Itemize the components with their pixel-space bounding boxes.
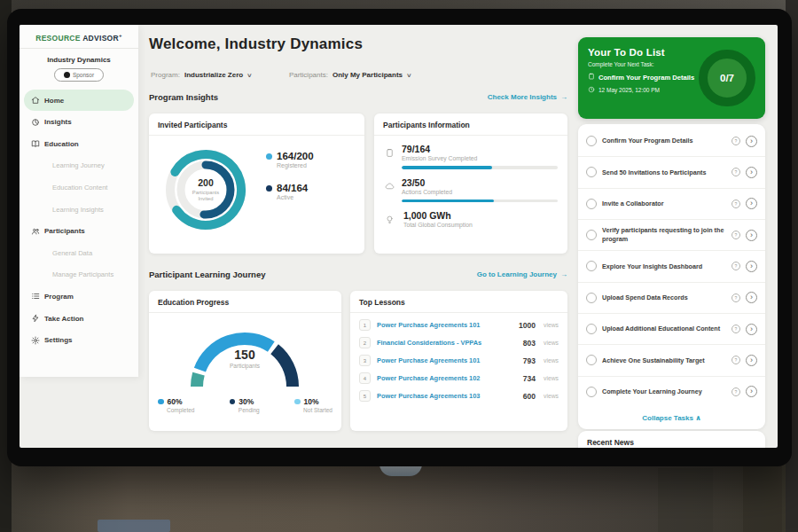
task-label: Invite a Collaborator [602,200,726,208]
sidebar-item-home[interactable]: Home [24,90,134,112]
task-info-icon[interactable]: ? [732,200,740,208]
program-filter[interactable]: Program: Industrialize Zero ∨ [151,71,252,79]
task-info-icon[interactable]: ? [732,356,740,364]
chevron-right-icon[interactable]: › [746,136,757,147]
check-more-insights-link[interactable]: Check More Insights → [488,93,567,101]
dashboard-screen: RESOURCE ADVISOR+ Industry Dynamics Spon… [20,25,778,448]
go-to-learning-journey-link[interactable]: Go to Learning Journey → [477,270,567,278]
task-label: Upload Additional Educational Content [602,325,726,333]
chevron-right-icon[interactable]: › [746,261,757,272]
sidebar-item-participants[interactable]: Participants [24,220,134,242]
list-icon [31,292,44,301]
task-row[interactable]: Upload Additional Educational Content ? … [578,313,765,344]
lesson-link[interactable]: Power Purchase Agreements 101 [377,356,517,364]
progress-track [402,166,558,169]
stat-value: 79/164 [402,144,558,154]
sidebar-item-take-action[interactable]: Take Action [24,308,134,330]
chevron-right-icon[interactable]: › [746,198,757,209]
task-row[interactable]: Send 50 Invitations to Participants ? › [578,156,765,187]
task-label: Complete Your Learning Journey [602,387,726,396]
chevron-right-icon[interactable]: › [746,230,757,241]
stat-consumption: 1,000 GWh Total Global Consumption [374,202,567,228]
registered-dot [266,153,272,160]
task-row[interactable]: Achieve One Sustainability Target ? › [578,344,765,375]
legend-item-not-started: 10% Not Started [294,397,332,413]
lesson-row[interactable]: 3 Power Purchase Agreements 101 793 view… [350,348,567,366]
task-checkbox[interactable] [586,293,597,303]
not-started-pct: 10% [304,397,319,406]
sidebar-item-education-content[interactable]: Education Content [24,176,134,199]
lesson-row[interactable]: 4 Power Purchase Agreements 102 734 view… [350,366,567,384]
sidebar-item-learning-insights[interactable]: Learning Insights [24,199,134,221]
chevron-right-icon[interactable]: › [746,386,757,397]
task-info-icon[interactable]: ? [732,231,740,239]
lesson-row[interactable]: 2 Financial Considerations - VPPAs 803 v… [350,331,567,348]
task-info-icon[interactable]: ? [732,325,740,333]
active-value: 84/164 [277,183,308,193]
sponsor-badge[interactable]: Sponsor [54,68,104,82]
task-info-icon[interactable]: ? [732,293,740,302]
legend-item-pending: 30% Pending [230,397,260,413]
lesson-link[interactable]: Power Purchase Agreements 101 [377,321,512,329]
todo-task-list: Confirm Your Program Details ? › Send 50… [578,124,765,429]
task-info-icon[interactable]: ? [732,168,740,176]
sidebar-item-label: Participants [44,227,85,235]
recent-news-card: Recent News [578,431,765,448]
task-checkbox[interactable] [586,261,597,271]
not-started-dot [294,399,301,405]
sidebar-item-manage-participants[interactable]: Manage Participants [24,264,134,286]
completed-pct: 60% [168,397,183,406]
progress-fill [402,200,494,203]
lesson-row[interactable]: 1 Power Purchase Agreements 101 1000 vie… [350,313,567,331]
sidebar-item-settings[interactable]: Settings [24,329,134,351]
task-checkbox[interactable] [586,355,597,365]
task-checkbox[interactable] [586,324,597,334]
link-label: Go to Learning Journey [477,270,557,278]
chevron-right-icon[interactable]: › [746,167,757,178]
take-action-icon [31,314,44,323]
task-checkbox[interactable] [586,136,597,146]
sidebar: RESOURCE ADVISOR+ Industry Dynamics Spon… [20,25,138,377]
task-row[interactable]: Complete Your Learning Journey ? › [578,376,765,407]
task-checkbox[interactable] [586,230,597,240]
participants-filter[interactable]: Participants: Only My Participants ∨ [289,71,411,79]
sidebar-item-insights[interactable]: Insights [24,111,134,133]
task-row[interactable]: Invite a Collaborator ? › [578,188,765,219]
lesson-link[interactable]: Power Purchase Agreements 102 [377,374,517,382]
chevron-right-icon[interactable]: › [746,292,757,303]
sidebar-item-learning-journey[interactable]: Learning Journey [24,155,134,177]
people-icon [31,227,44,236]
stat-label: Actions Completed [402,189,558,195]
gear-icon [31,336,44,345]
legend-item-active: 84/164 Active [266,183,314,200]
todo-panel: Your To Do List Complete Your Next Task:… [578,37,765,119]
task-checkbox[interactable] [586,199,597,209]
sidebar-item-education[interactable]: Education [24,133,134,155]
task-row[interactable]: Verify participants requesting to join t… [578,219,765,250]
sidebar-item-general-data[interactable]: General Data [24,242,134,264]
todo-next-task-label: Confirm Your Program Details [598,74,694,82]
task-row[interactable]: Confirm Your Program Details ? › [578,126,765,156]
logo-part1: RESOURCE [35,34,81,43]
sponsor-icon [64,72,70,78]
task-checkbox[interactable] [586,167,597,177]
chevron-right-icon[interactable]: › [746,324,757,335]
sidebar-item-label: Education Content [52,184,107,192]
task-row[interactable]: Upload Spend Data Records ? › [578,282,765,313]
chevron-right-icon[interactable]: › [746,355,757,366]
education-progress-card: Education Progress 150 Participants 60% … [149,291,341,431]
pending-dot [230,399,236,405]
task-info-icon[interactable]: ? [732,387,740,396]
sidebar-item-label: Learning Insights [52,206,104,214]
task-info-icon[interactable]: ? [732,262,740,270]
task-row[interactable]: Explore Your Insights Dashboard ? › [578,250,765,281]
task-info-icon[interactable]: ? [732,137,740,145]
sidebar-item-program[interactable]: Program [24,286,134,308]
lesson-link[interactable]: Financial Considerations - VPPAs [377,339,517,347]
lesson-row[interactable]: 5 Power Purchase Agreements 103 600 view… [350,384,567,402]
background-blue-object [98,520,170,532]
collapse-tasks-link[interactable]: Collapse Tasks ∧ [578,407,765,427]
program-filter-value: Industrialize Zero [184,71,243,79]
lesson-link[interactable]: Power Purchase Agreements 103 [377,392,517,400]
task-checkbox[interactable] [586,387,597,397]
